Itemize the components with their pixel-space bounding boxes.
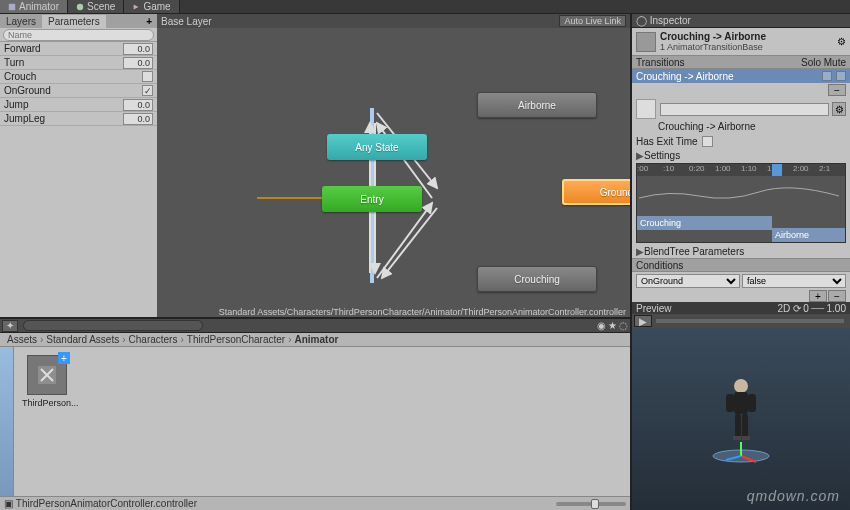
param-name: OnGround xyxy=(4,85,142,96)
param-value-input[interactable]: 0.0 xyxy=(123,43,153,55)
animator-graph[interactable]: Base Layer Auto Live Link Airborne Any S… xyxy=(157,14,630,317)
status-asset-name: ThirdPersonAnimatorController.controller xyxy=(16,498,197,509)
param-name: JumpLeg xyxy=(4,113,123,124)
svg-rect-19 xyxy=(748,394,756,412)
tab-game[interactable]: Game xyxy=(124,0,179,13)
gear-icon[interactable]: ⚙ xyxy=(832,102,846,116)
asset-thumbnail: + xyxy=(27,355,67,395)
param-row-onground[interactable]: OnGround✓ xyxy=(0,84,157,98)
preview-label: Preview xyxy=(636,303,672,314)
thumbnail-size-slider[interactable] xyxy=(556,502,626,506)
asset-item-controller[interactable]: + ThirdPerson... xyxy=(22,355,72,408)
create-button[interactable]: ✦ xyxy=(2,320,18,332)
tab-animator[interactable]: Animator xyxy=(0,0,68,13)
svg-rect-17 xyxy=(734,392,748,414)
state-node-airborne[interactable]: Airborne xyxy=(477,92,597,118)
project-panel: ✦ ◉ ★ ◌ Assets›Standard Assets›Character… xyxy=(0,319,630,510)
layer-breadcrumb[interactable]: Base Layer xyxy=(161,16,212,27)
timeline-tick: :10 xyxy=(663,164,674,173)
svg-line-7 xyxy=(377,203,432,278)
solo-checkbox[interactable] xyxy=(822,71,832,81)
breadcrumb-item[interactable]: Standard Assets xyxy=(43,334,122,345)
solo-label: Solo xyxy=(801,57,821,68)
breadcrumb[interactable]: Assets›Standard Assets›Characters›ThirdP… xyxy=(0,333,630,347)
param-row-jump[interactable]: Jump0.0 xyxy=(0,98,157,112)
play-button[interactable]: ▶ xyxy=(634,315,652,327)
blendtree-label: BlendTree Parameters xyxy=(644,246,744,257)
breadcrumb-item[interactable]: ThirdPersonCharacter xyxy=(184,334,288,345)
preview-speed: 1.00 xyxy=(827,303,846,314)
param-checkbox[interactable]: ✓ xyxy=(142,85,153,96)
breadcrumb-item[interactable]: Animator xyxy=(292,334,342,345)
inspector-panel: ◯ Inspector Crouching -> Airborne 1 Anim… xyxy=(630,14,850,510)
foldout-icon[interactable]: ▶ xyxy=(636,246,644,257)
state-node-entry[interactable]: Entry xyxy=(322,186,422,212)
tab-parameters[interactable]: Parameters xyxy=(42,15,106,28)
param-row-forward[interactable]: Forward0.0 xyxy=(0,42,157,56)
transition-icon-small xyxy=(636,99,656,119)
remove-transition-button[interactable]: − xyxy=(828,84,846,96)
has-exit-time-label: Has Exit Time xyxy=(636,136,698,147)
timeline-tick: 1:00 xyxy=(715,164,731,173)
preview-viewport[interactable] xyxy=(632,328,850,510)
svg-rect-0 xyxy=(9,3,15,9)
state-node-anystate[interactable]: Any State xyxy=(327,134,427,160)
add-condition-button[interactable]: + xyxy=(809,290,827,302)
preview-icon[interactable]: ⟳ xyxy=(793,303,801,314)
svg-rect-22 xyxy=(733,436,741,440)
foldout-icon[interactable]: ▶ xyxy=(636,150,644,161)
settings-label: Settings xyxy=(644,150,680,161)
param-row-jumpleg[interactable]: JumpLeg0.0 xyxy=(0,112,157,126)
param-row-crouch[interactable]: Crouch xyxy=(0,70,157,84)
breadcrumb-item[interactable]: Assets xyxy=(4,334,40,345)
timeline-tick: 1:10 xyxy=(741,164,757,173)
timeline-clip-from[interactable]: Crouching xyxy=(637,216,772,230)
auto-live-link-toggle[interactable]: Auto Live Link xyxy=(559,15,626,27)
tab-scene[interactable]: Scene xyxy=(68,0,124,13)
transition-icon xyxy=(636,32,656,52)
condition-value-select[interactable]: false xyxy=(742,274,846,288)
tab-inspector[interactable]: ◯ Inspector xyxy=(636,15,691,26)
transition-name-input[interactable] xyxy=(660,103,829,116)
has-exit-time-checkbox[interactable] xyxy=(702,136,713,147)
add-parameter-button[interactable]: + xyxy=(141,16,157,27)
timeline-tick: 2:00 xyxy=(793,164,809,173)
transitions-label: Transitions xyxy=(636,57,685,68)
timeline-playhead[interactable] xyxy=(772,164,782,176)
gear-icon[interactable]: ⚙ xyxy=(837,36,846,47)
condition-param-select[interactable]: OnGround xyxy=(636,274,740,288)
breadcrumb-item[interactable]: Characters xyxy=(126,334,181,345)
svg-point-16 xyxy=(734,379,748,393)
param-checkbox[interactable] xyxy=(142,71,153,82)
transition-timeline[interactable]: :00:100:201:001:101:202:002:1 Crouching … xyxy=(636,163,846,243)
folder-icon: ▣ xyxy=(4,498,13,509)
parameters-panel: Layers Parameters + Forward0.0Turn0.0Cro… xyxy=(0,14,157,317)
timeline-tick: :00 xyxy=(637,164,648,173)
param-value-input[interactable]: 0.0 xyxy=(123,113,153,125)
project-column-bar[interactable] xyxy=(0,347,14,496)
preview-scrubber[interactable] xyxy=(656,319,844,323)
param-row-turn[interactable]: Turn0.0 xyxy=(0,56,157,70)
transition-list-item[interactable]: Crouching -> Airborne xyxy=(632,69,850,83)
timeline-clip-to[interactable]: Airborne xyxy=(772,228,845,242)
favorite-icon[interactable]: ★ xyxy=(608,320,617,331)
param-value-input[interactable]: 0.0 xyxy=(123,57,153,69)
state-node-grounded[interactable]: Grounded xyxy=(562,179,630,205)
param-name: Forward xyxy=(4,43,123,54)
svg-line-8 xyxy=(382,208,437,278)
svg-rect-20 xyxy=(735,414,741,438)
svg-marker-2 xyxy=(134,4,139,9)
parameter-search-input[interactable] xyxy=(3,29,154,41)
tab-layers[interactable]: Layers xyxy=(0,15,42,28)
mute-checkbox[interactable] xyxy=(836,71,846,81)
preview-2d-toggle[interactable]: 2D xyxy=(777,303,790,314)
project-search-input[interactable] xyxy=(23,320,203,331)
state-node-crouching[interactable]: Crouching xyxy=(477,266,597,292)
param-name: Jump xyxy=(4,99,123,110)
remove-condition-button[interactable]: − xyxy=(828,290,846,302)
mute-label: Mute xyxy=(824,57,846,68)
filter-icon[interactable]: ◉ xyxy=(597,320,606,331)
param-value-input[interactable]: 0.0 xyxy=(123,99,153,111)
hidden-icon[interactable]: ◌ xyxy=(619,320,628,331)
inspector-subtitle: 1 AnimatorTransitionBase xyxy=(660,42,837,52)
